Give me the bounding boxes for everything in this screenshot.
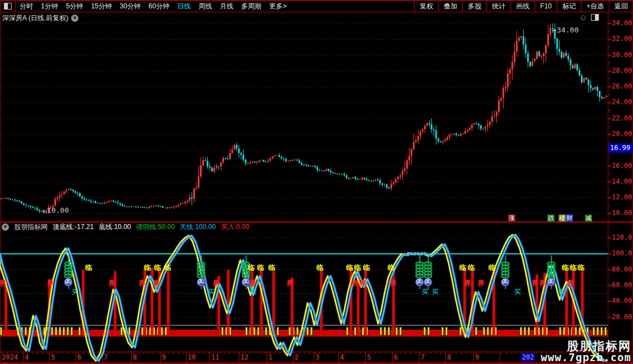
tool-item-叠加[interactable]: 叠加 — [438, 0, 462, 12]
tool-item-多股[interactable]: 多股 — [462, 0, 486, 12]
candlestick-series — [1, 24, 607, 214]
badge-财[interactable]: 财 — [566, 214, 573, 222]
spring-ball-icons — [64, 255, 556, 289]
tool-item-返回[interactable]: 返回 — [609, 0, 633, 12]
tool-item-标记[interactable]: 标记 — [557, 0, 581, 12]
tool-menu: 复权叠加多股统计画线F10标记+自选返回 — [414, 0, 633, 12]
tool-item-统计[interactable]: 统计 — [486, 0, 510, 12]
chart-canvas[interactable] — [0, 0, 633, 364]
spring-sadface-icon — [547, 255, 556, 289]
menu-item-分时[interactable]: 分时 — [20, 2, 33, 11]
indicator-chevron-icon[interactable]: ▼ — [2, 223, 9, 231]
menu-item-60分钟[interactable]: 60分钟 — [148, 2, 169, 11]
page-title: 深深房A (日线.前复权) — [2, 13, 68, 23]
corner-icons: ◇ — [580, 13, 599, 21]
menu-item-30分钟[interactable]: 30分钟 — [120, 2, 141, 11]
window-icon-cell[interactable] — [0, 0, 16, 12]
red-signal-bars — [4, 268, 584, 336]
indicator-header: ▼ 股朋指标网顶底线:-17.21底线:10.00强弱线:50.00天线:100… — [2, 223, 249, 231]
chart-title-row: 深深房A (日线.前复权) ▼ — [2, 13, 78, 23]
menu-item-月线[interactable]: 月线 — [220, 2, 233, 11]
layout-split-icon — [4, 3, 12, 10]
tool-item-F10[interactable]: F10 — [534, 0, 557, 12]
tool-item-画线[interactable]: 画线 — [510, 0, 534, 12]
indicator-field: 底线:10.00 — [99, 222, 131, 232]
period-menu: 分时1分钟5分钟15分钟30分钟60分钟日线周线月线多周期更多> — [16, 0, 290, 12]
indicator-field: 股朋指标网 — [14, 222, 48, 232]
badge-减[interactable]: 减 — [585, 214, 592, 222]
indicator-field: 买入:0.00 — [221, 222, 249, 232]
indicator-field: 顶底线:-17.21 — [53, 222, 94, 232]
top-menubar: 分时1分钟5分钟15分钟30分钟60分钟日线周线月线多周期更多> 复权叠加多股统… — [0, 0, 633, 12]
menu-item-15分钟[interactable]: 15分钟 — [91, 2, 111, 11]
trading-app-window: 2024年456789101112123456789 分时1分钟5分钟15分钟3… — [0, 0, 633, 364]
indicator-field: 强弱线:50.00 — [136, 222, 175, 232]
menu-item-日线[interactable]: 日线 — [177, 2, 190, 11]
menu-item-更多>[interactable]: 更多> — [269, 2, 286, 11]
spring-sadface-icon — [424, 255, 432, 289]
badge-涨[interactable]: 涨 — [508, 214, 515, 222]
menu-item-周线[interactable]: 周线 — [198, 2, 212, 11]
menu-item-5分钟[interactable]: 5分钟 — [66, 2, 83, 11]
spring-sadface-icon — [416, 255, 424, 289]
tool-item-复权[interactable]: 复权 — [414, 0, 438, 12]
spring-sadface-icon — [501, 255, 510, 289]
badge-楼[interactable]: 楼 — [558, 214, 566, 222]
tool-item-+自选[interactable]: +自选 — [581, 0, 609, 12]
badge-跌[interactable]: 跌 — [547, 214, 555, 222]
pane-split-icon[interactable] — [591, 14, 599, 21]
menu-item-1分钟[interactable]: 1分钟 — [41, 2, 58, 11]
menu-item-多周期[interactable]: 多周期 — [241, 2, 261, 11]
diamond-icon[interactable]: ◇ — [580, 13, 586, 21]
indicator-field: 天线:100.00 — [180, 222, 216, 232]
chevron-down-icon[interactable]: ▼ — [71, 15, 78, 22]
